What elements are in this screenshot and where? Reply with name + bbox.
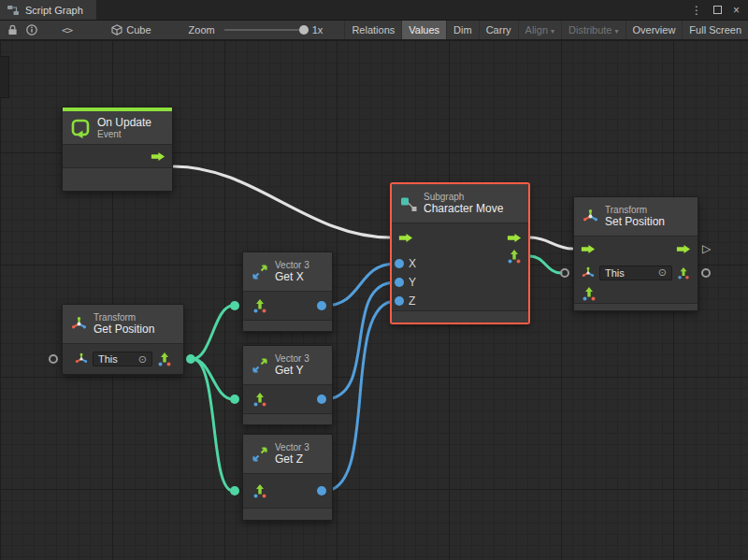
transform-icon [71, 316, 87, 332]
target-object-field[interactable]: This ⊙ [599, 266, 672, 280]
input-row-z: Z [392, 292, 528, 310]
node-header[interactable]: Subgraph Character Move [392, 184, 528, 223]
zoom-slider-thumb[interactable] [299, 25, 309, 35]
script-graph-icon [7, 4, 20, 17]
node-header[interactable]: Vector 3 Get X [243, 252, 332, 292]
info-icon[interactable] [26, 24, 37, 36]
node-footer [392, 310, 528, 323]
node-title: Set Position [605, 215, 665, 228]
titlebar: Script Graph ⋮ × [0, 0, 748, 21]
flow-input-port[interactable] [398, 233, 413, 243]
edge-charactermove-to-setposition-value[interactable] [530, 256, 561, 273]
node-footer [243, 320, 332, 331]
node-header[interactable]: Transform Get Position [63, 305, 183, 344]
graph-canvas[interactable]: On Update Event Transform Get Position T… [0, 40, 748, 560]
window-controls: ⋮ × [691, 0, 748, 20]
get-position-self-port[interactable] [49, 354, 58, 364]
on-update-icon [70, 118, 91, 138]
node-set-position[interactable]: Transform Set Position This ⊙ [573, 196, 698, 311]
edge-getposition-to-getx[interactable] [193, 306, 233, 359]
input-label-x: X [409, 257, 416, 270]
distribute-dropdown[interactable]: Distribute▾ [561, 21, 625, 39]
character-move-z-port[interactable] [395, 296, 404, 306]
node-get-z[interactable]: Vector 3 Get Z [242, 434, 333, 521]
cube-icon [111, 24, 122, 36]
values-button[interactable]: Values [401, 21, 446, 39]
vector3-output-icon[interactable] [507, 249, 522, 264]
menu-kebab-icon[interactable]: ⋮ [691, 4, 702, 17]
node-get-y[interactable]: Vector 3 Get Y [242, 345, 333, 425]
node-title: On Update [97, 116, 151, 129]
align-dropdown[interactable]: Align▾ [518, 21, 561, 39]
flow-output-port[interactable] [507, 233, 522, 243]
node-get-x[interactable]: Vector 3 Get X [242, 251, 333, 332]
node-header[interactable]: On Update Event [63, 111, 172, 145]
node-on-update[interactable]: On Update Event [62, 107, 173, 192]
tab-title: Script Graph [25, 5, 83, 16]
node-category: Transform [605, 205, 665, 215]
node-footer [63, 167, 172, 191]
node-category: Subgraph [424, 192, 503, 202]
relations-button[interactable]: Relations [344, 21, 401, 39]
edge-getposition-to-gety[interactable] [193, 359, 233, 399]
flow-output-port[interactable] [676, 244, 691, 254]
node-header[interactable]: Transform Set Position [574, 197, 698, 237]
get-y-input-port[interactable] [230, 395, 239, 404]
zoom-label: Zoom [189, 24, 215, 36]
edit-code-icon[interactable]: <> [62, 24, 72, 36]
node-category: Vector 3 [275, 442, 309, 452]
vector3-type-icon [252, 483, 267, 498]
set-position-flow-out-triangle[interactable]: ▷ [702, 243, 711, 254]
node-header[interactable]: Vector 3 Get Y [243, 346, 332, 385]
vector3-value-icon [582, 286, 597, 301]
subgraph-icon [400, 195, 417, 212]
get-z-output-port[interactable] [317, 486, 326, 495]
set-position-self-port[interactable] [560, 268, 569, 278]
node-title: Get Position [94, 323, 154, 336]
fullscreen-button[interactable]: Full Screen [682, 21, 748, 39]
dim-button[interactable]: Dim [446, 21, 479, 39]
node-character-move[interactable]: Subgraph Character Move X Y Z [391, 183, 529, 323]
graph-target[interactable]: Cube [111, 24, 151, 36]
node-footer [243, 413, 332, 424]
character-move-y-port[interactable] [395, 278, 404, 287]
flow-input-port[interactable] [581, 244, 596, 254]
zoom-value: 1x [312, 24, 324, 36]
transform-type-icon [75, 352, 88, 366]
get-x-output-port[interactable] [317, 301, 326, 310]
vector3-icon [252, 264, 268, 280]
node-subtitle: Event [97, 129, 151, 139]
edge-flow-onupdate-to-charactermove[interactable] [174, 166, 390, 237]
graph-toolbar: <> Cube Zoom 1x Relations Values Dim Car… [0, 21, 748, 40]
node-category: Transform [94, 312, 154, 323]
zoom-slider[interactable] [224, 29, 307, 31]
vector3-type-icon [677, 266, 690, 280]
node-category: Vector 3 [275, 353, 309, 364]
set-position-value-output-port[interactable] [701, 268, 711, 278]
maximize-icon[interactable] [713, 6, 722, 14]
lock-icon[interactable] [7, 24, 18, 36]
chevron-down-icon: ▾ [615, 27, 619, 36]
vector3-type-icon [157, 352, 172, 366]
edge-flow-charactermove-to-setposition[interactable] [530, 237, 572, 249]
node-get-position[interactable]: Transform Get Position This ⊙ [62, 304, 184, 375]
vector3-icon [252, 446, 268, 463]
get-x-input-port[interactable] [230, 301, 239, 310]
input-row-y: Y [392, 273, 528, 292]
get-position-output-port[interactable] [186, 354, 195, 364]
object-picker-icon[interactable]: ⊙ [138, 353, 147, 366]
tab-script-graph[interactable]: Script Graph [0, 0, 96, 20]
get-z-input-port[interactable] [230, 486, 239, 495]
close-icon[interactable]: × [733, 4, 740, 17]
node-header[interactable]: Vector 3 Get Z [243, 435, 332, 474]
get-y-output-port[interactable] [317, 395, 326, 404]
flow-output-port[interactable] [151, 151, 165, 162]
carry-button[interactable]: Carry [479, 21, 518, 39]
overview-button[interactable]: Overview [626, 21, 683, 39]
target-object-field[interactable]: This ⊙ [93, 352, 152, 366]
input-label-z: Z [409, 294, 415, 308]
input-label-y: Y [409, 276, 416, 289]
chevron-down-icon: ▾ [551, 27, 554, 36]
object-picker-icon[interactable]: ⊙ [658, 266, 667, 279]
character-move-x-port[interactable] [395, 259, 404, 268]
